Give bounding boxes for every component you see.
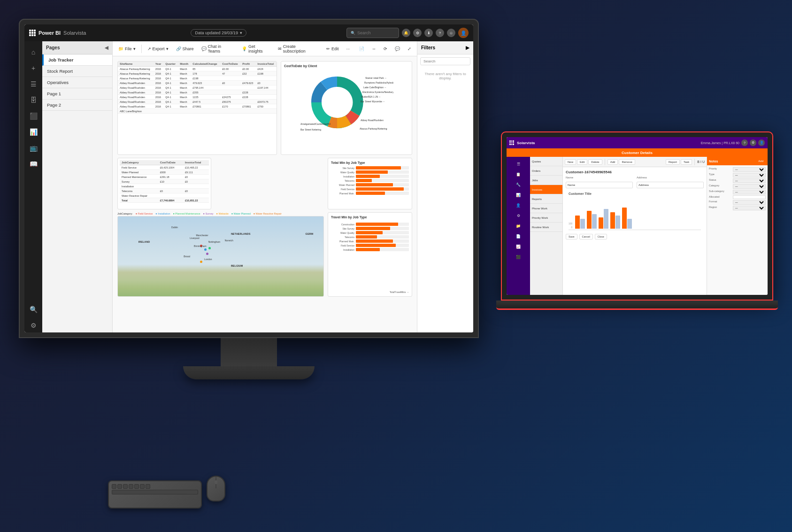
sv-nav2-orders[interactable]: Orders: [530, 166, 562, 176]
sv-nav-icon-4[interactable]: 📊: [507, 190, 530, 200]
sidebar-icon-metrics[interactable]: 📊: [26, 125, 40, 139]
map-container: JobCategory: ● Field Service ● Installat…: [117, 212, 324, 297]
table-row: Installation: [120, 184, 209, 189]
sv-format-icon-u[interactable]: U: [702, 160, 705, 163]
user-avatar[interactable]: 👤: [458, 28, 469, 38]
sv-btn-remove[interactable]: Remove: [619, 159, 635, 165]
sv-nav-icon-3[interactable]: 🔧: [507, 179, 530, 190]
sv-field-type[interactable]: —: [733, 173, 766, 177]
sv-field-format[interactable]: —: [733, 200, 766, 205]
sv-nav2-priority[interactable]: Priority Work: [530, 213, 562, 223]
sidebar-icon-data[interactable]: 🗄: [26, 93, 40, 107]
toolbar-fit-width[interactable]: ↔: [369, 45, 379, 53]
page-item-page2[interactable]: Page 2: [42, 100, 112, 111]
sv-btn-add[interactable]: Add: [607, 159, 618, 165]
sv-btn-report[interactable]: Report: [666, 159, 680, 165]
sv-btn-action-1[interactable]: Save: [566, 234, 577, 239]
notification-icon[interactable]: 🔔: [402, 29, 410, 37]
toolbar-file[interactable]: 📁File▾: [115, 45, 138, 53]
page-item-operatives[interactable]: Operatives: [42, 77, 112, 88]
sv-toolbar-sep: [605, 159, 605, 165]
chart-axis-label: TotalTravelMins →: [331, 291, 409, 293]
sidebar-icon-browse[interactable]: ☰: [26, 77, 40, 91]
page-item-stock-report[interactable]: Stock Report: [42, 66, 112, 77]
sv-nav2-reports[interactable]: Reports: [530, 194, 562, 204]
filters-expand-icon[interactable]: ▶: [466, 45, 469, 50]
svg-text:Abbey Road/Rushden: Abbey Road/Rushden: [361, 119, 384, 122]
sv-settings-icon[interactable]: ⚙: [750, 139, 756, 146]
toolbar-refresh[interactable]: ⟳: [381, 45, 390, 53]
sv-btn-task[interactable]: Task: [681, 159, 692, 165]
sv-field-status[interactable]: —: [733, 178, 766, 183]
sv-user-icon[interactable]: 👤: [758, 139, 765, 146]
sv-nav-icon-2[interactable]: 📋: [507, 169, 530, 179]
page-item-page1[interactable]: Page 1: [42, 88, 112, 100]
sv-input-address[interactable]: [637, 182, 704, 188]
sv-field-region[interactable]: —: [733, 206, 766, 210]
sidebar-icon-learn[interactable]: 📖: [26, 157, 40, 171]
pages-collapse-icon[interactable]: ◀: [105, 45, 108, 50]
col-invoice: InvoiceTotal: [256, 62, 277, 67]
sv-field-category[interactable]: —: [733, 184, 766, 189]
sv-nav2-quotes[interactable]: Quotes: [530, 157, 562, 166]
sv-btn-delete[interactable]: Delete: [588, 159, 602, 165]
sv-nav-icon-6[interactable]: ⚙: [507, 210, 530, 221]
sv-btn-new[interactable]: New: [565, 159, 576, 165]
sv-btn-edit[interactable]: Edit: [577, 159, 587, 165]
sv-field-subcat[interactable]: —: [733, 190, 766, 194]
sidebar-icon-apps[interactable]: ⬛: [26, 109, 40, 123]
toolbar-fullscreen[interactable]: ⤢: [405, 45, 414, 53]
report-main: 📁File▾ ↗Export▾ 🔗Share 💬Chat in Teams: [113, 41, 417, 332]
search-box[interactable]: 🔍: [346, 28, 399, 38]
toolbar-share[interactable]: 🔗Share: [173, 45, 197, 53]
sv-help-icon[interactable]: ?: [741, 139, 748, 146]
toolbar-export[interactable]: ↗Export▾: [145, 45, 171, 53]
sv-nav2-jobs[interactable]: Jobs: [530, 176, 562, 185]
bar-row: Construction: [331, 223, 409, 226]
sv-nav-icon-7[interactable]: 📁: [507, 221, 530, 231]
sv-btn-action-3[interactable]: Close: [595, 234, 607, 239]
sidebar-icon-add[interactable]: +: [26, 61, 40, 75]
bar-row: Installation: [331, 248, 409, 251]
page-item-job-tracker[interactable]: Job Tracker: [42, 54, 112, 66]
sv-input-name[interactable]: [566, 182, 633, 188]
sidebar-icon-home[interactable]: ⌂: [26, 45, 40, 59]
main-table: SiteName Year Quarter Month CalculatedCh…: [118, 62, 277, 114]
sv-nav2-invoices[interactable]: Invoices: [530, 185, 562, 194]
sv-nav-icon-9[interactable]: 📈: [507, 241, 530, 252]
sv-bar-group-5: [622, 208, 632, 229]
sv-nav-icon-8[interactable]: 📄: [507, 231, 530, 241]
sidebar-icon-search[interactable]: 🔍: [26, 302, 40, 316]
settings-icon[interactable]: ⚙: [413, 29, 422, 37]
sv-field-address: Address: [637, 176, 704, 188]
monitor-stand-neck: [221, 338, 277, 366]
sv-btn-action-2[interactable]: Cancel: [579, 234, 593, 239]
sv-field-allocated[interactable]: [733, 195, 766, 199]
sv-nav-icon-5[interactable]: 👤: [507, 200, 530, 210]
toolbar-more[interactable]: ···: [343, 45, 353, 53]
sv-format-icon-b[interactable]: B: [697, 160, 700, 163]
sidebar-icon-settings[interactable]: ⚙: [26, 318, 40, 332]
sv-nav2-phone[interactable]: Phone Work: [530, 204, 562, 213]
download-icon[interactable]: ⬇: [424, 29, 433, 37]
sv-nav2-routine[interactable]: Routine Work: [530, 223, 562, 232]
sv-nav-icon-10[interactable]: ⬛: [507, 252, 530, 262]
sv-nav-icon-1[interactable]: ☰: [507, 159, 530, 169]
toolbar-fit-page[interactable]: 📄: [356, 45, 367, 53]
toolbar-edit[interactable]: ✏Edit: [323, 45, 342, 53]
sv-field-priority[interactable]: —: [733, 167, 766, 172]
bar-row: Water Quality: [331, 170, 409, 174]
sv-right-panel-btn[interactable]: Add: [756, 159, 766, 163]
sv-format-icon-i[interactable]: I: [700, 160, 701, 163]
toolbar-chat[interactable]: 💬Chat in Teams: [199, 43, 237, 55]
sidebar-icon-monitor[interactable]: 📺: [26, 141, 40, 155]
filter-search-input[interactable]: [420, 57, 470, 65]
toolbar-comment[interactable]: 💬: [392, 45, 403, 53]
feedback-icon[interactable]: ☺: [447, 29, 455, 37]
report-row-2: JobCategory CostToDate InvoiceTotal Fiel…: [117, 158, 412, 209]
toolbar-subscribe[interactable]: ✉Create subscription: [275, 43, 322, 55]
search-input[interactable]: [357, 31, 395, 35]
toolbar-insights[interactable]: 💡Get insights: [239, 43, 273, 55]
table-row: Abacus Parkway/Kettering2016Q4-1March65£…: [118, 67, 277, 71]
help-icon[interactable]: ?: [436, 29, 444, 37]
